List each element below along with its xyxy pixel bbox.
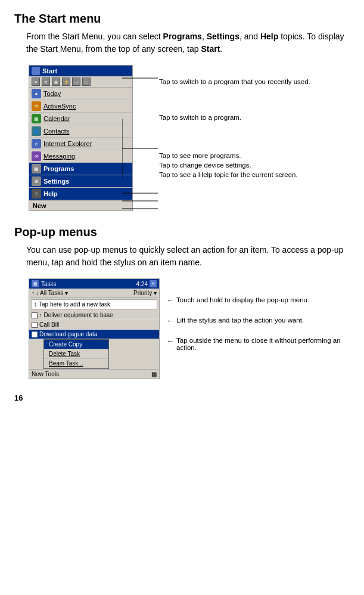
callout-programs-list-text: Tap to switch to a program. xyxy=(159,114,241,121)
context-label-delete-task: Delete Task xyxy=(49,351,80,357)
popup-callout-touch-text: Touch and hold to display the pop-up men… xyxy=(176,296,309,303)
menu-label-settings: Settings xyxy=(43,178,69,185)
task-row-download[interactable]: Download gague data xyxy=(29,330,159,339)
popup-callout-touch: ← Touch and hold to display the pop-up m… xyxy=(167,296,350,305)
context-menu: Create Copy Delete Task Beam Task... xyxy=(43,339,109,369)
task-label-download: Download gague data xyxy=(39,331,97,337)
task-check-call[interactable] xyxy=(32,322,38,328)
messaging-icon: ✉ xyxy=(32,151,41,161)
task-check-deliver[interactable] xyxy=(32,312,38,318)
context-item-create-copy[interactable]: Create Copy xyxy=(44,340,108,349)
menu-label-today: Today xyxy=(43,90,61,97)
tasks-sort-down-icon: ↓ xyxy=(36,290,39,296)
toolbar-icon-2: ✕ xyxy=(42,78,50,86)
callout-arrow-touch: ← xyxy=(167,296,174,305)
start-menu-title-bar: Start xyxy=(29,66,132,76)
popup-callouts-container: ← Touch and hold to display the pop-up m… xyxy=(167,278,350,363)
task-check-download[interactable] xyxy=(32,331,38,337)
contacts-icon: 👤 xyxy=(32,126,41,136)
add-task-bar[interactable]: ↕ Tap here to add a new task xyxy=(31,299,157,309)
tasks-bottom-left: New Tools xyxy=(32,371,59,377)
callout-arrow-outside: ← xyxy=(167,337,174,345)
start-menu-right-callouts: Tap to switch to a program that you rece… xyxy=(140,65,350,178)
start-menu-title: Start xyxy=(42,67,57,75)
menu-label-ie: Internet Explorer xyxy=(43,140,92,147)
task-row-deliver: ↑ Deliver equipment to base xyxy=(29,311,159,320)
add-task-text: Tap here to add a new task xyxy=(39,301,110,308)
context-item-delete-task[interactable]: Delete Task xyxy=(44,349,108,359)
tasks-title-bar: ▦ Tasks 4:24 ✕ xyxy=(29,279,159,289)
toolbar-icon-5: ▭ xyxy=(72,78,80,86)
tasks-sort-up-icon: ↑ xyxy=(32,290,35,296)
popup-menu-diagram: ▦ Tasks 4:24 ✕ ↑ ↓ All Tasks ▾ Priority … xyxy=(29,278,350,379)
menu-item-ie[interactable]: e Internet Explorer xyxy=(29,138,132,150)
callout-help-item: Tap to see a Help topic for the current … xyxy=(159,171,350,178)
menu-item-contacts[interactable]: 👤 Contacts xyxy=(29,125,132,138)
ie-icon: e xyxy=(32,139,41,148)
menu-label-contacts: Contacts xyxy=(43,128,69,135)
tasks-title: Tasks xyxy=(41,281,57,287)
tasks-filter-label[interactable]: All Tasks ▾ xyxy=(40,290,68,296)
popup-menu-section: Pop-up menus You can use pop-up menus to… xyxy=(14,225,350,379)
start-icon xyxy=(32,67,40,75)
tasks-screenshot: ▦ Tasks 4:24 ✕ ↑ ↓ All Tasks ▾ Priority … xyxy=(29,278,160,379)
menu-label-help: Help xyxy=(43,190,58,197)
callout-toolbar: Tap to switch to a program that you rece… xyxy=(159,78,350,85)
menu-item-settings[interactable]: ⚙ Settings xyxy=(29,175,132,188)
programs-icon: ▦ xyxy=(32,164,41,173)
start-menu-body: From the Start Menu, you can select Prog… xyxy=(26,30,350,55)
tasks-bottom-bar: New Tools ▦ xyxy=(29,369,159,379)
start-menu-screenshot: Start ≡ ✕ ◉ ⚡ ▭ ▭ ● Today ⟳ ActiveSync ▦ xyxy=(29,65,133,211)
context-label-create-copy: Create Copy xyxy=(49,341,82,348)
tasks-toolbar-left: ↑ ↓ All Tasks ▾ xyxy=(32,290,68,296)
popup-callout-lift-text: Lift the stylus and tap the action you w… xyxy=(176,317,304,324)
toolbar-icon-4: ⚡ xyxy=(62,78,70,86)
menu-item-programs[interactable]: ▦ Programs xyxy=(29,163,132,175)
today-icon: ● xyxy=(32,89,41,98)
callout-help-item-text: Tap to see a Help topic for the current … xyxy=(159,171,298,178)
task-row-call: Call Bill xyxy=(29,320,159,330)
task-priority-icon: ↑ xyxy=(39,312,42,318)
callout-programs-list: Tap to switch to a program. xyxy=(159,114,350,121)
toolbar-icon-6: ▭ xyxy=(82,78,91,86)
add-task-sort-icon: ↕ xyxy=(34,301,37,308)
page-number: 16 xyxy=(14,393,350,402)
tasks-keyboard-icon: ▦ xyxy=(151,371,157,377)
menu-label-programs: Programs xyxy=(43,165,74,172)
calendar-icon: ▦ xyxy=(32,114,41,123)
start-menu-toolbar: ≡ ✕ ◉ ⚡ ▭ ▭ xyxy=(29,76,132,88)
start-menu-heading: The Start menu xyxy=(14,12,350,26)
callout-settings-item: Tap to change device settings. xyxy=(159,162,350,169)
activesync-icon: ⟳ xyxy=(32,101,41,111)
menu-item-today[interactable]: ● Today xyxy=(29,88,132,100)
popup-menu-body: You can use pop-up menus to quickly sele… xyxy=(26,244,350,269)
new-bar: New xyxy=(29,200,132,210)
menu-label-calendar: Calendar xyxy=(43,115,70,122)
menu-item-activesync[interactable]: ⟳ ActiveSync xyxy=(29,100,132,113)
toolbar-icon-1: ≡ xyxy=(32,78,40,86)
popup-callout-outside-text: Tap outside the menu to close it without… xyxy=(176,337,350,351)
tasks-close-icon: ✕ xyxy=(150,280,157,287)
menu-label-messaging: Messaging xyxy=(43,153,75,160)
callout-programs-item: Tap to see more programs. xyxy=(159,152,350,159)
popup-callout-lift: ← Lift the stylus and tap the action you… xyxy=(167,317,350,325)
tasks-app-icon: ▦ xyxy=(32,280,39,287)
toolbar-icon-3: ◉ xyxy=(52,78,60,86)
context-item-beam-task[interactable]: Beam Task... xyxy=(44,359,108,368)
callout-arrow-lift: ← xyxy=(167,317,174,325)
tasks-toolbar: ↑ ↓ All Tasks ▾ Priority ▾ xyxy=(29,289,159,298)
task-label-deliver: Deliver equipment to base xyxy=(44,312,113,318)
task-label-call: Call Bill xyxy=(39,321,59,328)
callout-settings-item-text: Tap to change device settings. xyxy=(159,162,251,169)
menu-item-messaging[interactable]: ✉ Messaging xyxy=(29,150,132,163)
tasks-title-left: ▦ Tasks xyxy=(32,280,57,287)
popup-callout-outside: ← Tap outside the menu to close it witho… xyxy=(167,337,350,351)
tasks-sort-label[interactable]: Priority ▾ xyxy=(133,290,157,296)
callout-programs-item-text: Tap to see more programs. xyxy=(159,152,241,159)
help-icon: ? xyxy=(32,189,41,199)
menu-item-calendar[interactable]: ▦ Calendar xyxy=(29,113,132,125)
menu-item-help[interactable]: ? Help xyxy=(29,188,132,200)
tasks-time: 4:24 xyxy=(136,281,148,287)
tasks-title-icons: 4:24 ✕ xyxy=(136,280,157,287)
start-menu-diagram: Start ≡ ✕ ◉ ⚡ ▭ ▭ ● Today ⟳ ActiveSync ▦ xyxy=(29,65,350,211)
